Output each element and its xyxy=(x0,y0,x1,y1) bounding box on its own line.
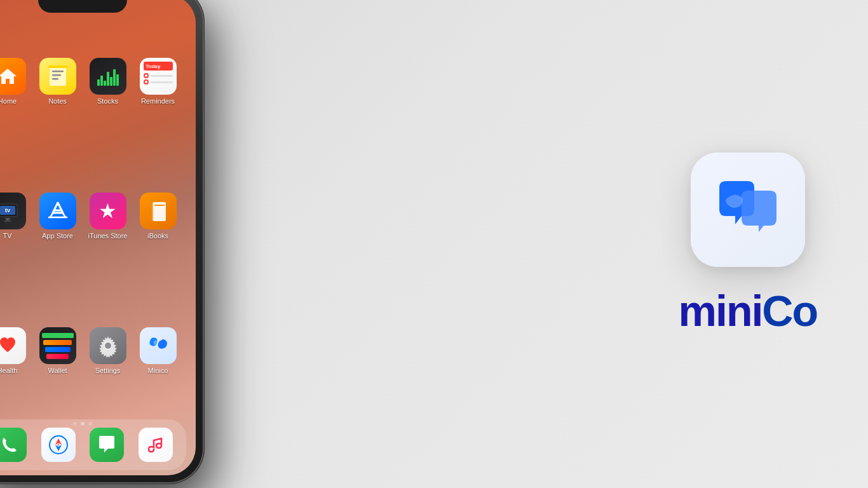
svg-rect-0 xyxy=(50,67,66,86)
stocks-icon xyxy=(90,58,126,95)
phone-svg xyxy=(0,435,19,454)
notes-svg xyxy=(46,64,70,88)
svg-text:tv: tv xyxy=(4,207,10,214)
wallet-stripe-1 xyxy=(42,333,74,338)
wallet-stripe-4 xyxy=(46,354,69,359)
phone-screen: Home Notes xyxy=(0,0,196,475)
messages-icon xyxy=(90,428,124,462)
app-ibooks[interactable]: iBooks xyxy=(135,193,181,240)
home-svg xyxy=(0,65,19,88)
brand-name: miniCo xyxy=(679,287,817,335)
app-minico[interactable]: Minico xyxy=(135,327,181,374)
app-notes[interactable]: Notes xyxy=(35,58,81,105)
phone-notch xyxy=(38,0,127,13)
safari-icon xyxy=(41,428,76,462)
reminders-icon: Today xyxy=(140,58,177,95)
svg-rect-13 xyxy=(154,205,165,206)
minico-logo-svg xyxy=(713,175,783,245)
svg-rect-4 xyxy=(48,65,67,68)
app-health[interactable]: Health xyxy=(0,327,31,374)
app-itunes[interactable]: ★ iTunes Store xyxy=(85,193,131,240)
minico-app-icon-large xyxy=(691,152,805,267)
itunes-star: ★ xyxy=(98,199,117,223)
app-settings[interactable]: Settings xyxy=(85,327,131,374)
phone-outer-frame: Home Notes xyxy=(0,0,203,483)
svg-point-15 xyxy=(105,342,111,349)
appstore-icon xyxy=(39,193,76,229)
dock-safari[interactable] xyxy=(36,428,81,462)
minico-icon xyxy=(140,327,177,364)
minico-small-svg xyxy=(146,334,171,357)
music-svg xyxy=(146,435,165,454)
notes-icon xyxy=(39,58,76,95)
brand-name-mini: mini xyxy=(679,287,763,335)
health-svg xyxy=(0,334,19,357)
stocks-label: Stocks xyxy=(97,97,118,105)
app-row-2: tv TV xyxy=(0,149,183,283)
wallet-stripe-3 xyxy=(45,347,71,352)
app-row-1: Home Notes xyxy=(0,14,183,149)
messages-svg xyxy=(97,435,117,455)
health-label: Health xyxy=(0,367,17,374)
app-stocks[interactable]: Stocks xyxy=(85,58,131,105)
health-icon xyxy=(0,327,26,364)
dock xyxy=(0,419,186,470)
dock-messages[interactable] xyxy=(84,428,130,462)
safari-svg xyxy=(48,434,69,456)
settings-icon xyxy=(90,327,126,364)
dock-phone[interactable] xyxy=(0,428,32,462)
svg-rect-3 xyxy=(52,78,58,80)
home-icon xyxy=(0,58,26,95)
tv-svg: tv xyxy=(0,199,20,223)
reminders-inner: Today xyxy=(140,58,177,95)
reminders-label: Reminders xyxy=(141,97,175,105)
minico-label: Minico xyxy=(148,367,168,374)
appstore-label: App Store xyxy=(42,232,73,240)
itunes-icon: ★ xyxy=(90,193,126,229)
wallet-icon xyxy=(39,327,76,364)
settings-gear-svg xyxy=(96,334,120,358)
app-tv[interactable]: tv TV xyxy=(0,193,31,240)
brand-name-co: Co xyxy=(762,287,817,335)
stocks-chart xyxy=(97,67,119,86)
dock-music[interactable] xyxy=(133,428,179,462)
svg-rect-2 xyxy=(52,74,61,76)
wallet-label: Wallet xyxy=(48,367,67,374)
svg-rect-1 xyxy=(52,71,64,72)
ibooks-icon xyxy=(140,193,177,229)
brand-section: miniCo xyxy=(679,152,817,336)
brand-name-wrap: miniCo xyxy=(679,286,817,336)
settings-label: Settings xyxy=(95,367,121,374)
notes-label: Notes xyxy=(48,97,67,105)
ibooks-label: iBooks xyxy=(147,232,168,240)
appstore-svg xyxy=(46,200,69,222)
app-appstore[interactable]: App Store xyxy=(35,193,81,240)
tv-icon: tv xyxy=(0,193,26,229)
app-wallet[interactable]: Wallet xyxy=(35,327,81,374)
app-row-3: Health Wallet xyxy=(0,283,183,418)
tv-label: TV xyxy=(3,232,11,240)
wallet-stripe-2 xyxy=(43,340,72,345)
phone-call-icon xyxy=(0,428,27,462)
ibooks-svg xyxy=(147,200,170,222)
svg-rect-7 xyxy=(4,220,11,222)
app-reminders[interactable]: Today xyxy=(135,58,181,105)
app-home[interactable]: Home xyxy=(0,58,31,105)
itunes-label: iTunes Store xyxy=(88,232,128,240)
home-label: Home xyxy=(0,97,17,105)
music-icon xyxy=(139,428,173,462)
app-grid: Home Notes xyxy=(0,14,183,418)
phone-mockup: Home Notes xyxy=(0,0,292,488)
